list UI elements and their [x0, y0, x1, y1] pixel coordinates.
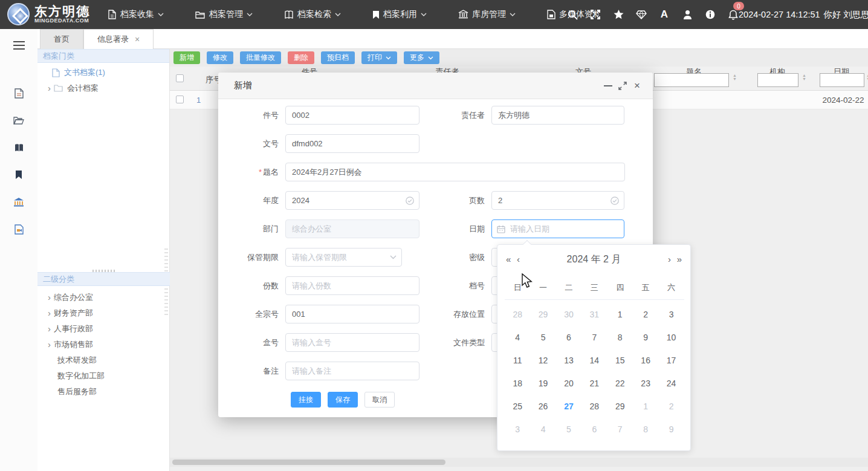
calendar-day[interactable]: 2 — [658, 395, 684, 418]
calendar-day[interactable]: 28 — [581, 395, 607, 418]
dept-item-digitization[interactable]: 数字化加工部 — [57, 371, 105, 382]
calendar-day[interactable]: 17 — [658, 349, 684, 372]
responsible-input[interactable] — [491, 106, 624, 125]
sort-control[interactable]: ▲▼ — [802, 74, 806, 81]
calendar-day[interactable]: 9 — [633, 326, 658, 349]
fonds-no-input[interactable] — [285, 305, 419, 323]
edit-button[interactable]: 修改 — [207, 51, 233, 64]
calendar-day[interactable]: 12 — [530, 349, 555, 372]
user-icon[interactable] — [676, 0, 699, 29]
filter-input-title[interactable] — [654, 73, 729, 87]
calendar-day[interactable]: 1 — [633, 395, 658, 418]
calendar-day[interactable]: 2 — [633, 303, 658, 326]
date-input[interactable] — [491, 219, 624, 238]
filter-input-date[interactable] — [820, 73, 864, 87]
calendar-day[interactable]: 29 — [607, 395, 633, 418]
remark-input[interactable] — [285, 362, 419, 380]
bookmark-icon[interactable] — [0, 166, 37, 183]
calendar-day[interactable]: 21 — [581, 372, 607, 395]
calendar-day[interactable]: 6 — [581, 418, 607, 441]
calendar-day[interactable]: 8 — [607, 326, 633, 349]
filter-input-org[interactable] — [757, 73, 798, 87]
calendar-day[interactable]: 20 — [556, 372, 581, 395]
collapse-menu-icon[interactable] — [0, 37, 37, 54]
fullscreen-icon[interactable] — [584, 0, 607, 29]
dept-item-general-office[interactable]: ›综合办公室 — [48, 292, 93, 303]
sort-control[interactable]: ▲▼ — [733, 74, 737, 81]
calendar-day[interactable]: 25 — [505, 395, 530, 418]
dept-item-tech-rd[interactable]: 技术研发部 — [57, 355, 97, 366]
calendar-day[interactable]: 23 — [633, 372, 658, 395]
save-button[interactable]: 保存 — [328, 392, 358, 408]
calendar-day[interactable]: 11 — [505, 349, 530, 372]
year-input[interactable] — [285, 191, 419, 210]
tree-item-accounting-archive[interactable]: › 会计档案 — [48, 83, 99, 94]
calendar-day[interactable]: 5 — [556, 418, 581, 441]
dept-item-hr-admin[interactable]: ›人事行政部 — [48, 323, 93, 334]
link-attach-button[interactable]: 挂接 — [291, 392, 321, 408]
calendar-day[interactable]: 4 — [505, 326, 530, 349]
close-icon[interactable]: × — [630, 79, 644, 93]
search-icon[interactable] — [561, 0, 584, 29]
calendar-day[interactable]: 6 — [556, 326, 581, 349]
menu-archive-collect[interactable]: 档案收集 — [108, 9, 167, 20]
calendar-day[interactable]: 4 — [530, 418, 555, 441]
folder-open-icon[interactable] — [0, 112, 37, 129]
calendar-day[interactable]: 29 — [530, 303, 555, 326]
menu-archive-search[interactable]: 档案检索 — [284, 9, 345, 20]
calendar-day[interactable]: 31 — [581, 303, 607, 326]
dept-item-finance-assets[interactable]: ›财务资产部 — [48, 308, 93, 319]
gem-icon[interactable] — [630, 0, 653, 29]
calendar-day[interactable]: 19 — [530, 372, 555, 395]
tab-info-catalog[interactable]: 信息著录 × — [83, 29, 154, 49]
menu-archive-use[interactable]: 档案利用 — [372, 9, 430, 20]
calendar-day[interactable]: 8 — [633, 418, 658, 441]
row-checkbox[interactable] — [176, 96, 184, 103]
calendar-day[interactable]: 28 — [505, 303, 530, 326]
select-all-checkbox[interactable] — [176, 74, 184, 82]
font-size-icon[interactable]: A — [653, 0, 676, 29]
tab-home[interactable]: 首页 — [40, 29, 83, 49]
tree-item-document-archive[interactable]: 文书档案(1) — [52, 67, 105, 78]
brand-logo[interactable]: 东方明德 MINGDEDATA.COM — [7, 3, 90, 25]
calendar-day[interactable]: 9 — [658, 418, 684, 441]
pre-archive-button[interactable]: 预归档 — [321, 51, 355, 64]
calendar-day[interactable]: 24 — [658, 372, 684, 395]
document-file-icon[interactable] — [0, 85, 37, 102]
retention-select[interactable] — [285, 248, 402, 267]
add-button[interactable]: 新增 — [173, 51, 200, 64]
horizontal-scrollbar-thumb[interactable] — [172, 460, 445, 465]
user-greeting[interactable]: 你好 刘思思 — [823, 0, 868, 29]
calendar-day[interactable]: 27 — [556, 395, 581, 418]
calendar-day[interactable]: 5 — [530, 326, 555, 349]
calendar-day[interactable]: 3 — [505, 418, 530, 441]
calendar-day[interactable]: 22 — [607, 372, 633, 395]
book-icon[interactable] — [0, 139, 37, 156]
pages-input[interactable] — [491, 191, 624, 210]
calendar-day[interactable]: 7 — [581, 326, 607, 349]
batch-edit-button[interactable]: 批量修改 — [240, 51, 281, 64]
calendar-day[interactable]: 14 — [581, 349, 607, 372]
cancel-button[interactable]: 取消 — [364, 392, 395, 408]
multimedia-archive-icon[interactable] — [0, 221, 37, 238]
calendar-day[interactable]: 15 — [607, 349, 633, 372]
copies-input[interactable] — [285, 276, 419, 295]
doc-no-input[interactable] — [285, 134, 419, 153]
delete-button[interactable]: 删除 — [288, 51, 314, 64]
dept-item-marketing-sales[interactable]: ›市场销售部 — [48, 339, 93, 350]
info-icon[interactable] — [699, 0, 722, 29]
calendar-day[interactable]: 26 — [530, 395, 555, 418]
department-input[interactable] — [285, 219, 419, 238]
menu-archive-manage[interactable]: 档案管理 — [195, 9, 256, 20]
dept-item-after-sales[interactable]: 售后服务部 — [57, 386, 97, 397]
calendar-day[interactable]: 7 — [607, 418, 633, 441]
calendar-day[interactable]: 30 — [556, 303, 581, 326]
menu-warehouse-manage[interactable]: 库房管理 — [458, 9, 519, 20]
warehouse-room-icon[interactable] — [0, 193, 37, 210]
minimize-icon[interactable] — [601, 79, 615, 93]
calendar-day[interactable]: 10 — [658, 326, 684, 349]
calendar-day[interactable]: 13 — [556, 349, 581, 372]
next-year-icon[interactable]: » — [677, 254, 682, 264]
more-button[interactable]: 更多 — [404, 51, 439, 64]
box-no-input[interactable] — [285, 333, 419, 352]
